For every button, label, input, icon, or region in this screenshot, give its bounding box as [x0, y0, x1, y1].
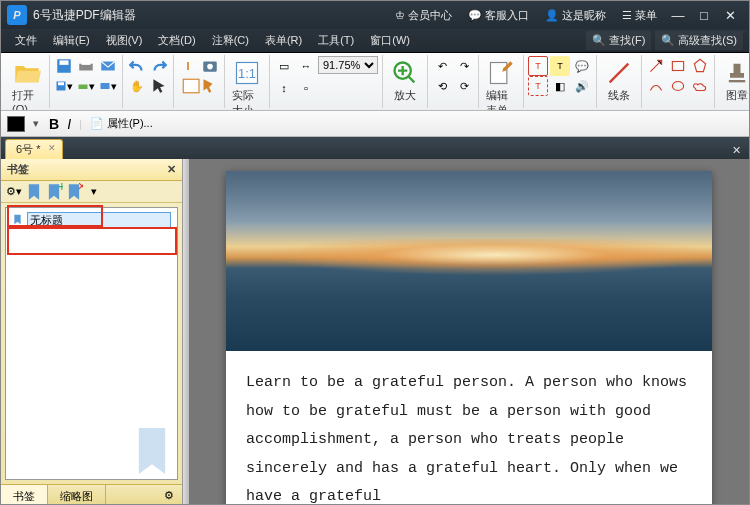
line-icon [605, 59, 633, 87]
page-image [226, 171, 712, 351]
italic-button[interactable]: I [67, 116, 71, 132]
document-tab[interactable]: 6号 *✕ [5, 139, 63, 159]
svg-rect-3 [82, 59, 91, 65]
fit-width-button[interactable]: ↔ [296, 56, 316, 76]
tab-thumbnails[interactable]: 缩略图 [48, 485, 106, 505]
fit-visible-button[interactable]: ▫ [296, 78, 316, 98]
svg-text:1:1: 1:1 [238, 66, 256, 81]
mail-dropdown[interactable]: ▾ [98, 76, 118, 96]
pencil-button[interactable] [646, 76, 666, 96]
print-button[interactable] [76, 56, 96, 76]
tab-bookmarks[interactable]: 书签 [1, 485, 48, 505]
close-panel-button[interactable]: ✕ [167, 163, 176, 176]
work-area: 书签✕ ⚙▾ + × ▾ 书签 缩略图 ⚙ Learn to be a [1, 159, 749, 505]
folder-open-icon [13, 59, 41, 87]
callout-button[interactable]: ◧ [550, 76, 570, 96]
sound-button[interactable]: 🔊 [572, 76, 592, 96]
svg-text:×: × [78, 183, 83, 194]
maximize-button[interactable]: □ [691, 8, 717, 23]
member-center-button[interactable]: ♔ 会员中心 [387, 5, 460, 26]
save-button[interactable] [54, 56, 74, 76]
document-scroll-area[interactable]: Learn to be a grateful person. A person … [189, 159, 749, 505]
svg-point-10 [207, 64, 213, 70]
find-button[interactable]: 🔍 查找(F) [586, 31, 651, 50]
rotate-page-right-button[interactable]: ⟳ [454, 76, 474, 96]
menu-document[interactable]: 文档(D) [150, 30, 203, 51]
snapshot-button[interactable] [200, 56, 220, 76]
stamp-button[interactable]: 图章 [719, 56, 749, 106]
close-all-tabs-button[interactable]: ✕ [727, 141, 745, 159]
text-select-button[interactable]: I [178, 56, 198, 76]
properties-button[interactable]: 📄属性(P)... [90, 116, 153, 131]
note-button[interactable]: 💬 [572, 56, 592, 76]
menu-form[interactable]: 表单(R) [257, 30, 310, 51]
svg-point-18 [672, 82, 683, 91]
rect-button[interactable] [668, 56, 688, 76]
document-tab-strip: 6号 *✕ ✕ [1, 137, 749, 159]
bookmarks-panel: 书签✕ ⚙▾ + × ▾ 书签 缩略图 ⚙ [1, 159, 183, 505]
redo-button[interactable] [149, 56, 169, 76]
menu-tool[interactable]: 工具(T) [310, 30, 362, 51]
expand-bookmark-button[interactable]: ▾ [85, 183, 103, 201]
svg-rect-8 [101, 83, 110, 89]
highlight-button[interactable]: T [550, 56, 570, 76]
rotate-left-button[interactable]: ↶ [432, 56, 452, 76]
menu-comment[interactable]: 注释(C) [204, 30, 257, 51]
save-as-button[interactable]: ▾ [54, 76, 74, 96]
edit-text-button[interactable] [179, 76, 219, 96]
svg-rect-1 [60, 60, 69, 65]
line-shapes-button[interactable]: 线条 [601, 56, 637, 106]
edit-form-icon [487, 59, 515, 87]
delete-bookmark-button[interactable]: × [65, 183, 83, 201]
fit-height-button[interactable]: ↕ [274, 78, 294, 98]
minimize-button[interactable]: — [665, 8, 691, 23]
main-menu-button[interactable]: ☰ 菜单 [614, 5, 665, 26]
close-tab-icon[interactable]: ✕ [48, 143, 56, 153]
menu-file[interactable]: 文件 [7, 30, 45, 51]
menu-window[interactable]: 窗口(W) [362, 30, 418, 51]
text-box-button[interactable]: T [528, 56, 548, 76]
edit-form-button[interactable]: 编辑表单 [483, 56, 519, 111]
oval-button[interactable] [668, 76, 688, 96]
menu-view[interactable]: 视图(V) [98, 30, 151, 51]
zoom-select[interactable]: 91.75% [318, 56, 378, 74]
zoom-in-icon [391, 59, 419, 87]
scan-button[interactable]: ▾ [76, 76, 96, 96]
window-title: 6号迅捷PDF编辑器 [33, 7, 387, 24]
add-bookmark-button[interactable] [25, 183, 43, 201]
bookmark-name-input[interactable] [27, 212, 171, 228]
actual-size-button[interactable]: 1:1 实际大小 [229, 56, 265, 111]
close-button[interactable]: ✕ [717, 8, 743, 23]
bookmark-icon [12, 214, 23, 227]
bookmark-settings-button[interactable]: ⚙▾ [5, 183, 23, 201]
nickname-button[interactable]: 👤 这是昵称 [537, 5, 614, 26]
rotate-page-left-button[interactable]: ⟲ [432, 76, 452, 96]
hand-tool-button[interactable]: ✋ [127, 76, 147, 96]
add-child-bookmark-button[interactable]: + [45, 183, 63, 201]
svg-rect-17 [672, 62, 683, 71]
title-bar: P 6号迅捷PDF编辑器 ♔ 会员中心 💬 客服入口 👤 这是昵称 ☰ 菜单 —… [1, 1, 749, 29]
panel-options-button[interactable]: ⚙ [156, 485, 182, 505]
arrow-button[interactable] [646, 56, 666, 76]
color-swatch[interactable] [7, 116, 25, 132]
rotate-right-button[interactable]: ↷ [454, 56, 474, 76]
properties-bar: ▾ B I | 📄属性(P)... [1, 111, 749, 137]
open-button[interactable]: 打开(O)... [9, 56, 45, 111]
support-button[interactable]: 💬 客服入口 [460, 5, 537, 26]
svg-rect-16 [491, 63, 507, 84]
advanced-find-button[interactable]: 🔍 高级查找(S) [655, 31, 743, 50]
zoom-in-button[interactable]: 放大 [387, 56, 423, 106]
text-field-button[interactable]: T [528, 76, 548, 96]
svg-rect-11 [183, 79, 199, 93]
menu-edit[interactable]: 编辑(E) [45, 30, 98, 51]
stamp-icon [723, 59, 749, 87]
bold-button[interactable]: B [49, 116, 59, 132]
svg-text:+: + [58, 183, 63, 194]
fit-page-button[interactable]: ▭ [274, 56, 294, 76]
polygon-button[interactable] [690, 56, 710, 76]
select-tool-button[interactable] [149, 76, 169, 96]
cloud-button[interactable] [690, 76, 710, 96]
bookmark-item[interactable] [8, 210, 175, 230]
undo-button[interactable] [127, 56, 147, 76]
email-button[interactable] [98, 56, 118, 76]
